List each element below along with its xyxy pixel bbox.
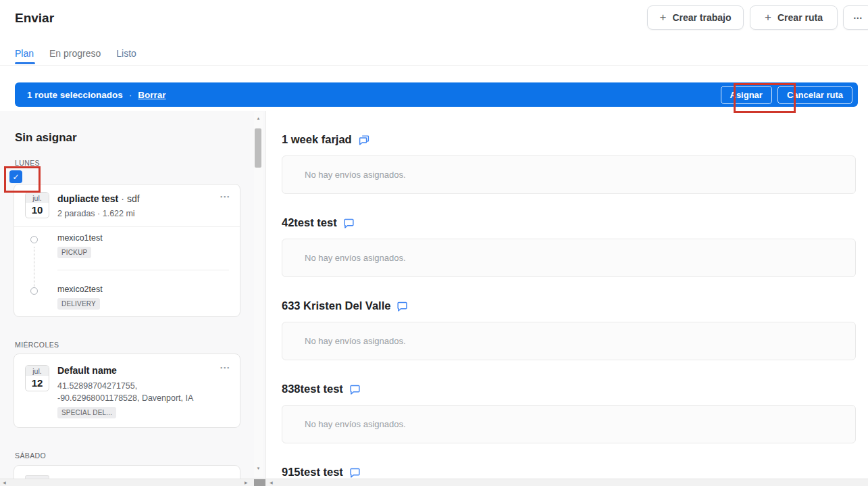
- ellipsis-icon: ⋯: [853, 12, 863, 23]
- cancel-route-button[interactable]: Cancelar ruta: [777, 86, 852, 104]
- empty-state-box: No hay envíos asignados.: [282, 322, 856, 360]
- dispatch-screen: Enviar + Crear trabajo + Crear ruta ⋯ Pl…: [0, 0, 868, 486]
- scrollbar-thumb[interactable]: [255, 128, 261, 168]
- scrollbar-arrow-down-icon[interactable]: ▼: [254, 466, 263, 470]
- assign-button[interactable]: Asignar: [721, 86, 772, 104]
- plus-icon: +: [765, 11, 771, 23]
- tab-listo[interactable]: Listo: [116, 48, 136, 59]
- unassigned-title: Sin asignar: [15, 131, 77, 145]
- driver-route-title: 915test test: [282, 466, 361, 479]
- address-line: -90.62968001178528, Davenport, IA: [57, 393, 193, 403]
- route-card-default-name[interactable]: jul. 12 Default name 41.52898704271755, …: [14, 354, 240, 428]
- tab-plan[interactable]: Plan: [15, 48, 34, 59]
- driver-route-title: 633 Kristen Del Valle: [282, 299, 408, 312]
- date-month: jul.: [26, 366, 49, 376]
- header-more-button[interactable]: ⋯: [843, 5, 868, 30]
- unassigned-panel: Sin asignar LUNES ✓ jul. 10 dupliacte te…: [0, 111, 266, 479]
- tab-en-progreso[interactable]: En progreso: [49, 48, 101, 59]
- dot-separator: ·: [129, 90, 132, 100]
- address-line: 41.52898704271755,: [57, 381, 137, 391]
- stop-type-badge: SPECIAL DEL...: [57, 407, 116, 418]
- route-title: dupliacte test·sdf: [57, 193, 140, 204]
- chat-icon[interactable]: [343, 218, 355, 229]
- date-month: jul.: [26, 193, 49, 203]
- empty-state-box: No hay envíos asignados.: [282, 239, 856, 277]
- driver-route-title: 838test test: [282, 383, 361, 395]
- stop-marker-icon: [30, 236, 38, 243]
- page-title: Enviar: [15, 11, 54, 26]
- h-scrollbar[interactable]: ◀ ▶ ◀: [0, 479, 868, 486]
- scrollbar-arrow-right-icon[interactable]: ▶: [245, 480, 248, 485]
- date-day: 12: [26, 376, 49, 391]
- driver-route-name: 915test test: [282, 466, 343, 479]
- day-label-sabado: SÁBADO: [15, 452, 46, 460]
- monday-route-checkbox[interactable]: ✓: [9, 170, 22, 183]
- empty-state-text: No hay envíos asignados.: [305, 419, 406, 429]
- create-route-label: Crear ruta: [777, 12, 823, 23]
- create-job-button[interactable]: + Crear trabajo: [647, 5, 744, 30]
- chat-icon[interactable]: [349, 384, 361, 395]
- tab-bar: Plan En progreso Listo: [15, 48, 136, 59]
- selection-count: 1 route seleccionados: [27, 90, 123, 100]
- dot-separator: ·: [121, 193, 124, 204]
- tabbar-divider: [0, 65, 868, 66]
- empty-state-box: No hay envíos asignados.: [282, 405, 856, 443]
- stop-marker-icon: [30, 287, 38, 295]
- stop-type-badge: DELIVERY: [57, 298, 100, 310]
- check-icon: ✓: [12, 172, 19, 182]
- selection-bar: 1 route seleccionados · Borrar Asignar C…: [15, 82, 858, 107]
- empty-state-text: No hay envíos asignados.: [305, 170, 406, 180]
- route-card-partial[interactable]: [14, 465, 240, 479]
- divider: [14, 226, 240, 227]
- scrollbar-arrow-left-icon[interactable]: ◀: [270, 480, 273, 485]
- stop-type-badge: PICKUP: [57, 247, 91, 258]
- create-route-button[interactable]: + Crear ruta: [750, 5, 838, 30]
- stop-name: mexico2test: [57, 285, 103, 294]
- chat-icon[interactable]: [349, 467, 361, 479]
- stop-name: mexico1test: [57, 233, 103, 243]
- route-subname: sdf: [127, 193, 140, 204]
- date-badge: jul. 12: [25, 365, 49, 391]
- date-badge: jul. 10: [25, 192, 49, 218]
- card-menu-button[interactable]: ⋯: [220, 191, 230, 203]
- divider: [57, 270, 229, 270]
- empty-state-box: No hay envíos asignados.: [282, 155, 856, 194]
- day-label-lunes: LUNES: [15, 159, 40, 167]
- create-job-label: Crear trabajo: [672, 12, 731, 23]
- card-menu-button[interactable]: ⋯: [220, 362, 230, 374]
- scrollbar-arrow-up-icon[interactable]: ▲: [254, 116, 263, 120]
- driver-route-name: 1 week farjad: [282, 133, 352, 146]
- date-day: 10: [26, 203, 49, 218]
- route-meta: 2 paradas · 1.622 mi: [57, 209, 135, 218]
- route-card-dupliacte[interactable]: jul. 10 dupliacte test·sdf 2 paradas · 1…: [14, 184, 240, 317]
- scrollbar-arrow-left-icon[interactable]: ◀: [3, 480, 6, 485]
- empty-state-text: No hay envíos asignados.: [305, 253, 406, 263]
- clear-selection-link[interactable]: Borrar: [138, 90, 165, 100]
- route-name: dupliacte test: [57, 193, 118, 204]
- driver-route-name: 838test test: [282, 383, 343, 395]
- driver-route-name: 633 Kristen Del Valle: [282, 299, 390, 312]
- driver-route-name: 42test test: [282, 216, 337, 229]
- scrollbar-corner: [254, 479, 265, 486]
- active-tab-underline: [15, 62, 35, 64]
- driver-route-title: 1 week farjad: [282, 133, 370, 146]
- day-label-miercoles: MIÉRCOLES: [15, 341, 59, 349]
- assigned-panel: 1 week farjad No hay envíos asignados. 4…: [266, 111, 868, 479]
- chat-icon[interactable]: [397, 301, 408, 312]
- route-name: Default name: [57, 365, 117, 376]
- empty-state-text: No hay envíos asignados.: [305, 336, 406, 346]
- stop-connector: [34, 247, 34, 287]
- v-scrollbar[interactable]: ▲ ▼: [254, 112, 263, 477]
- driver-route-title: 42test test: [282, 216, 355, 229]
- plus-icon: +: [659, 11, 666, 23]
- chat-double-icon[interactable]: [358, 135, 370, 146]
